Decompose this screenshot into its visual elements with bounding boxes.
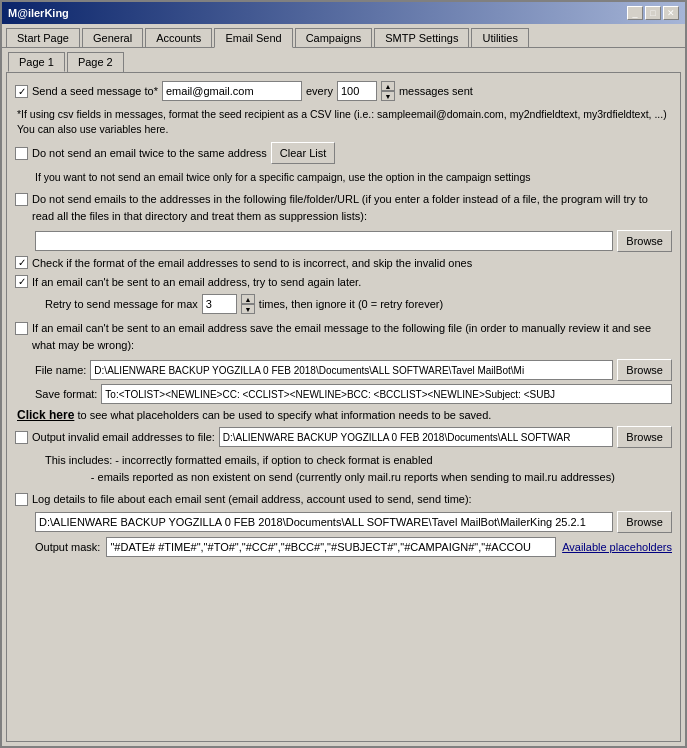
retry-config-row: Retry to send message for max ▲ ▼ times,… [15, 294, 672, 314]
includes-label: This includes: [45, 454, 112, 466]
main-tabs: Start Page General Accounts Email Send C… [2, 24, 685, 48]
mask-input[interactable] [106, 537, 556, 557]
tab-smtp-settings[interactable]: SMTP Settings [374, 28, 469, 47]
suppress-file-row: Browse [15, 230, 672, 252]
available-placeholders-link[interactable]: Available placeholders [562, 541, 672, 553]
save-format-input[interactable] [101, 384, 672, 404]
seed-every-label: every [306, 85, 333, 97]
output-invalid-checkbox[interactable] [15, 431, 28, 444]
save-format-label: Save format: [35, 388, 97, 400]
window-controls: _ □ ✕ [627, 6, 679, 20]
log-details-row: Log details to file about each email sen… [15, 491, 672, 508]
click-here-row: Click here to see what placeholders can … [15, 408, 672, 422]
save-failed-file-input[interactable] [90, 360, 613, 380]
maximize-button[interactable]: □ [645, 6, 661, 20]
log-details-label: Log details to file about each email sen… [32, 491, 672, 508]
save-failed-checkbox[interactable] [15, 322, 28, 335]
no-twice-checkbox[interactable] [15, 147, 28, 160]
no-twice-info: If you want to not send an email twice o… [15, 170, 672, 185]
log-details-checkbox[interactable] [15, 493, 28, 506]
suppress-section: Do not send emails to the addresses in t… [15, 191, 672, 252]
retry-prefix: Retry to send message for max [45, 298, 198, 310]
seed-count-input[interactable] [337, 81, 377, 101]
output-invalid-browse-button[interactable]: Browse [617, 426, 672, 448]
retry-spinner-up[interactable]: ▲ [241, 294, 255, 304]
sub-tab-page2[interactable]: Page 2 [67, 52, 124, 72]
sub-tabs: Page 1 Page 2 [4, 48, 685, 72]
suppress-browse-button[interactable]: Browse [617, 230, 672, 252]
tab-start-page[interactable]: Start Page [6, 28, 80, 47]
output-invalid-file-input[interactable] [219, 427, 613, 447]
suppress-checkbox[interactable] [15, 193, 28, 206]
content-area: Send a seed message to* every ▲ ▼ messag… [6, 72, 681, 742]
retry-value-input[interactable] [202, 294, 237, 314]
close-button[interactable]: ✕ [663, 6, 679, 20]
save-failed-file-row: File name: Browse [15, 359, 672, 381]
seed-row: Send a seed message to* every ▲ ▼ messag… [15, 81, 672, 101]
tab-email-send[interactable]: Email Send [214, 28, 292, 48]
output-mask-row: Output mask: Available placeholders [15, 537, 672, 557]
suppress-row: Do not send emails to the addresses in t… [15, 191, 672, 224]
tab-campaigns[interactable]: Campaigns [295, 28, 373, 47]
no-twice-row: Do not send an email twice to the same a… [15, 142, 672, 164]
suppress-label: Do not send emails to the addresses in t… [32, 191, 672, 224]
seed-label: Send a seed message to* [32, 85, 158, 97]
retry-suffix: times, then ignore it (0 = retry forever… [259, 298, 443, 310]
click-here-link[interactable]: Click here [17, 408, 74, 422]
seed-messages-label: messages sent [399, 85, 473, 97]
seed-spinner[interactable]: ▲ ▼ [381, 81, 395, 101]
save-failed-browse-button[interactable]: Browse [617, 359, 672, 381]
save-failed-section: If an email can't be sent to an email ad… [15, 320, 672, 422]
csv-info: *If using csv fields in messages, format… [15, 107, 672, 136]
log-details-section: Log details to file about each email sen… [15, 491, 672, 557]
no-twice-label: Do not send an email twice to the same a… [32, 147, 267, 159]
click-here-suffix: to see what placeholders can be used to … [74, 409, 491, 421]
includes-item-1: - emails reported as non existent on sen… [91, 471, 615, 483]
check-format-label: Check if the format of the email address… [32, 257, 472, 269]
retry-spinner[interactable]: ▲ ▼ [241, 294, 255, 314]
file-name-label: File name: [35, 364, 86, 376]
seed-spinner-down[interactable]: ▼ [381, 91, 395, 101]
tab-general[interactable]: General [82, 28, 143, 47]
retry-checkbox[interactable] [15, 275, 28, 288]
output-invalid-section: Output invalid email addresses to file: … [15, 426, 672, 485]
clear-list-button[interactable]: Clear List [271, 142, 335, 164]
check-format-row: Check if the format of the email address… [15, 256, 672, 269]
check-format-checkbox[interactable] [15, 256, 28, 269]
tab-accounts[interactable]: Accounts [145, 28, 212, 47]
seed-spinner-up[interactable]: ▲ [381, 81, 395, 91]
seed-email-input[interactable] [162, 81, 302, 101]
output-invalid-label: Output invalid email addresses to file: [32, 431, 215, 443]
sub-tab-page1[interactable]: Page 1 [8, 52, 65, 72]
log-file-row: Browse [15, 511, 672, 533]
log-file-input[interactable] [35, 512, 613, 532]
includes-item-0: - incorrectly formatted emails, if optio… [115, 454, 432, 466]
save-format-row: Save format: [15, 384, 672, 404]
save-failed-row: If an email can't be sent to an email ad… [15, 320, 672, 353]
window-title: M@ilerKing [8, 7, 69, 19]
includes-text: This includes: - incorrectly formatted e… [15, 452, 672, 485]
save-failed-label: If an email can't be sent to an email ad… [32, 320, 672, 353]
output-invalid-row: Output invalid email addresses to file: … [15, 426, 672, 448]
tab-utilities[interactable]: Utilities [471, 28, 528, 47]
retry-row: If an email can't be sent to an email ad… [15, 275, 672, 288]
seed-checkbox[interactable] [15, 85, 28, 98]
mask-label: Output mask: [35, 541, 100, 553]
retry-label: If an email can't be sent to an email ad… [32, 276, 361, 288]
retry-spinner-down[interactable]: ▼ [241, 304, 255, 314]
suppress-file-input[interactable] [35, 231, 613, 251]
log-browse-button[interactable]: Browse [617, 511, 672, 533]
minimize-button[interactable]: _ [627, 6, 643, 20]
